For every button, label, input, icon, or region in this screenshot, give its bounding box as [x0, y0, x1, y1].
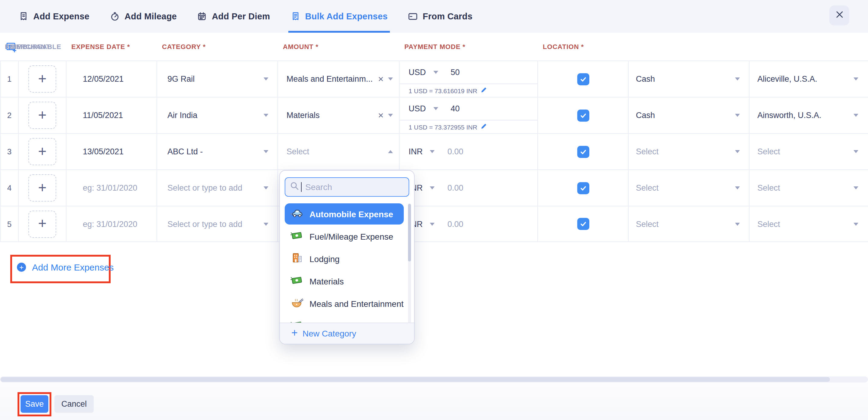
chevron-down-icon — [854, 114, 858, 117]
text-cursor — [301, 182, 302, 192]
reimbursable-checkbox[interactable] — [577, 145, 589, 158]
tab-add-mileage[interactable]: Add Mileage — [110, 0, 177, 33]
location-select[interactable]: Aliceville, U.S.A. — [749, 61, 868, 97]
table-header-row: EXPENSE DATE * MERCHANT CATEGORY * AMOUN… — [0, 33, 868, 60]
row-number: 1 — [0, 61, 19, 97]
tab-from-cards[interactable]: From Cards — [408, 0, 473, 33]
chevron-down-icon — [854, 187, 858, 190]
chevron-up-icon — [388, 150, 393, 153]
amount-input[interactable]: 0.00 — [447, 183, 464, 192]
merchant-select[interactable]: Select or type to add — [157, 170, 278, 206]
save-button[interactable]: Save — [21, 395, 49, 413]
chevron-down-icon — [264, 222, 268, 225]
currency-select[interactable]: USD — [409, 104, 426, 113]
chevron-down-icon — [430, 222, 435, 225]
close-button[interactable] — [829, 5, 849, 25]
chevron-down-icon — [433, 107, 438, 110]
option-materials[interactable]: Materials — [285, 271, 404, 292]
option-automobile-expense[interactable]: Automobile Expense — [285, 203, 404, 225]
horizontal-scrollbar-track — [0, 376, 868, 383]
edit-pencil-icon[interactable] — [480, 87, 487, 94]
currency-select[interactable]: USD — [409, 68, 426, 77]
option-lodging[interactable]: Lodging — [285, 248, 404, 269]
plus-icon: + — [291, 328, 298, 338]
expense-date-field[interactable]: 12/05/2021 — [66, 61, 157, 97]
dropdown-scrollbar-thumb[interactable] — [408, 204, 411, 261]
chevron-down-icon — [264, 187, 268, 190]
reimbursable-checkbox[interactable] — [577, 109, 589, 121]
add-receipt-button[interactable]: + — [28, 210, 56, 237]
chevron-down-icon — [264, 78, 268, 81]
add-receipt-button[interactable]: + — [28, 102, 56, 129]
chevron-down-icon — [433, 71, 438, 74]
reimbursable-checkbox[interactable] — [577, 182, 589, 194]
tab-label: Add Per Diem — [212, 11, 270, 21]
category-dropdown: Automobile Expense Fuel/Mileage Expense … — [279, 170, 415, 344]
tab-label: Bulk Add Expenses — [305, 11, 388, 21]
cancel-button[interactable]: Cancel — [54, 395, 94, 413]
category-select[interactable]: Meals and Entertainm...✕ — [278, 61, 400, 97]
expense-date-field: eg: 31/01/2020 — [83, 184, 137, 192]
add-more-expenses-button[interactable]: + Add More Expenses — [17, 262, 114, 272]
clear-icon[interactable]: ✕ — [378, 111, 384, 119]
merchant-select[interactable]: 9G Rail — [157, 61, 278, 97]
tab-label: Add Expense — [33, 11, 89, 21]
add-receipt-button[interactable]: + — [28, 65, 56, 92]
option-meals-and-entertainment[interactable]: Meals and Entertainment — [285, 293, 404, 314]
payment-mode-select[interactable]: Cash — [629, 97, 749, 133]
new-category-button[interactable]: + New Category — [280, 323, 414, 344]
category-select[interactable]: Materials✕ — [278, 97, 400, 133]
location-select[interactable]: Ainsworth, U.S.A. — [749, 97, 868, 133]
money-icon — [290, 230, 304, 242]
table-row: 2 + 11/05/2021 Air India Materials✕ USD4… — [0, 97, 868, 133]
amount-input[interactable]: 0.00 — [447, 147, 464, 156]
speedometer-icon — [110, 11, 120, 21]
chevron-down-icon — [264, 150, 268, 153]
reimbursable-checkbox[interactable] — [577, 218, 589, 230]
tab-bulk-add-expenses[interactable]: Bulk Add Expenses — [291, 0, 388, 33]
expense-table: EXPENSE DATE * MERCHANT CATEGORY * AMOUN… — [0, 33, 868, 420]
amount-input[interactable]: 50 — [451, 68, 460, 77]
search-input[interactable] — [304, 181, 404, 192]
category-search[interactable] — [285, 177, 409, 197]
horizontal-scrollbar-thumb[interactable] — [1, 377, 830, 382]
chevron-down-icon — [735, 78, 740, 81]
exchange-rate: 1 USD = 73.372955 INR — [400, 120, 537, 133]
clear-icon[interactable]: ✕ — [378, 75, 384, 83]
chevron-down-icon — [388, 78, 393, 81]
expense-date-field[interactable]: 11/05/2021 — [66, 97, 157, 133]
payment-mode-select[interactable]: Select — [629, 134, 749, 169]
dialog-footer — [0, 383, 868, 420]
option-fuel-mileage-expense[interactable]: Fuel/Mileage Expense — [285, 226, 404, 247]
merchant-select[interactable]: Air India — [157, 97, 278, 133]
expense-date-field[interactable]: 13/05/2021 — [66, 134, 157, 169]
payment-mode-select[interactable]: Select — [629, 170, 749, 206]
add-receipt-button[interactable]: + — [28, 138, 56, 165]
add-receipt-button[interactable]: + — [28, 174, 56, 201]
tab-add-per-diem[interactable]: Add Per Diem — [197, 0, 270, 33]
amount-input[interactable]: 40 — [451, 104, 460, 113]
plus-icon: + — [38, 107, 46, 122]
exchange-rate: 1 USD = 73.616019 INR — [400, 84, 537, 97]
tab-bar: Add Expense Add Mileage Add Per Diem Bul… — [0, 0, 868, 33]
tab-add-expense[interactable]: Add Expense — [19, 0, 89, 33]
close-icon — [834, 9, 844, 22]
payment-mode-select[interactable]: Select — [629, 206, 749, 242]
row-number: 4 — [0, 170, 19, 206]
currency-select[interactable]: INR — [409, 147, 423, 156]
location-select[interactable]: Select — [749, 134, 868, 169]
chevron-down-icon — [735, 150, 740, 153]
amount-input[interactable]: 0.00 — [447, 219, 464, 228]
plus-icon: + — [38, 144, 46, 158]
reimbursable-checkbox[interactable] — [577, 73, 589, 85]
merchant-select[interactable]: Select or type to add — [157, 206, 278, 242]
payment-mode-select[interactable]: Cash — [629, 61, 749, 97]
building-icon — [290, 253, 304, 265]
category-select-open[interactable]: Select — [278, 134, 400, 169]
location-select[interactable]: Select — [749, 170, 868, 206]
location-select[interactable]: Select — [749, 206, 868, 242]
chevron-down-icon — [430, 186, 435, 189]
edit-pencil-icon[interactable] — [480, 123, 487, 131]
merchant-select[interactable]: ABC Ltd - — [157, 134, 278, 169]
credit-card-icon — [408, 11, 418, 21]
